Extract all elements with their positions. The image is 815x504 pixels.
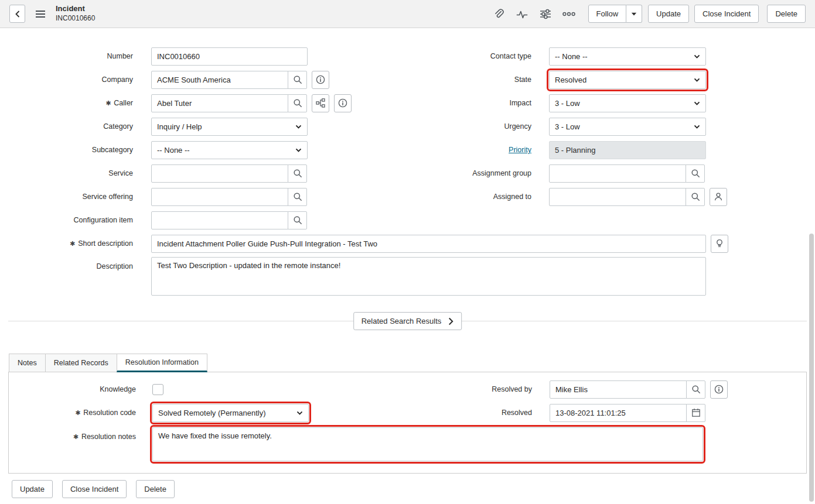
suggestion-button[interactable] [711,235,728,253]
update-button[interactable]: Update [648,5,689,23]
footer-update-button[interactable]: Update [12,480,53,498]
org-chart-icon [316,98,325,108]
assigned-to-input[interactable] [549,188,686,206]
subcategory-row: Subcategory -- None -- [0,138,407,162]
company-label: Company [0,76,133,84]
footer-delete-button[interactable]: Delete [136,480,175,498]
search-icon [691,169,700,178]
hamburger-icon [35,10,46,18]
caller-row: ✱Caller [0,91,407,115]
urgency-row: Urgency 3 - Low [407,115,815,138]
chevron-down-icon [694,125,700,129]
caller-info-button[interactable] [334,94,352,112]
description-textarea[interactable]: Test Two Description - updated in the re… [151,257,706,296]
attachment-button[interactable] [491,6,506,22]
required-marker: ✱ [70,240,75,248]
close-incident-button[interactable]: Close Incident [694,5,759,23]
activity-stream-button[interactable] [514,6,530,22]
form-columns: Number Company ✱Caller [0,44,815,232]
related-search-results-button[interactable]: Related Search Results [353,312,462,330]
follow-caret-button[interactable] [626,5,642,23]
calendar-button[interactable] [686,404,705,422]
company-info-button[interactable] [312,71,329,89]
service-offering-label: Service offering [0,193,133,201]
tab-related-records[interactable]: Related Records [45,354,117,372]
service-offering-search-button[interactable] [288,188,307,206]
resolution-code-label: ✱Resolution code [9,409,136,417]
paperclip-icon [493,8,504,20]
urgency-select[interactable]: 3 - Low [549,118,706,136]
contact-type-select[interactable]: -- None -- [549,47,706,66]
scrollbar-thumb[interactable] [809,234,814,502]
record-number: INC0010660 [56,14,95,23]
info-icon [316,75,325,84]
resolution-code-select[interactable]: Solved Remotely (Permanently) [152,404,309,422]
resolved-by-info-button[interactable] [710,380,728,399]
resolved-date-input[interactable] [550,404,687,422]
impact-row: Impact 3 - Low [407,91,815,115]
service-row: Service [0,162,407,185]
state-select[interactable]: Resolved [549,71,706,89]
header-icon-group [491,6,577,22]
resolution-information-panel: Knowledge ✱Resolution code Solved Remote… [8,372,807,474]
subcategory-select[interactable]: -- None -- [151,141,308,159]
state-row: State Resolved [407,68,815,91]
priority-label-link[interactable]: Priority [509,146,531,154]
service-input[interactable] [151,164,288,183]
configuration-item-search-button[interactable] [288,211,307,229]
resolved-by-row: Resolved by [408,378,806,401]
service-offering-input[interactable] [151,188,288,206]
assignment-group-input[interactable] [549,164,686,183]
follow-button[interactable]: Follow [588,5,627,23]
info-icon [714,385,724,394]
category-select[interactable]: Inquiry / Help [151,118,308,136]
assign-to-me-button[interactable] [710,188,727,206]
configuration-item-input[interactable] [151,211,288,229]
footer-close-incident-button[interactable]: Close Incident [62,480,127,498]
resolution-notes-label: ✱Resolution notes [9,433,136,441]
caller-reference-group [151,94,307,112]
caller-search-button[interactable] [288,94,307,112]
service-label: Service [0,169,133,177]
more-options-button[interactable] [561,6,577,22]
short-description-input[interactable] [151,235,706,253]
resolved-label: Resolved [408,409,532,417]
caller-hierarchy-button[interactable] [312,94,329,112]
required-marker: ✱ [73,433,79,441]
assignment-group-search-button[interactable] [686,164,705,183]
related-search-divider: Related Search Results [8,321,807,330]
number-input[interactable] [151,47,308,66]
assigned-to-search-button[interactable] [686,188,705,206]
chevron-down-icon [295,125,302,129]
chevron-down-icon [694,101,700,105]
resolution-left-column: Knowledge ✱Resolution code Solved Remote… [9,378,408,424]
chevron-down-icon [295,148,302,152]
caller-input[interactable] [151,94,288,112]
impact-select[interactable]: 3 - Low [549,94,706,112]
search-icon [293,169,302,178]
chevron-down-icon [694,54,700,59]
service-offering-reference-group [151,188,307,206]
tab-notes[interactable]: Notes [9,354,46,372]
personalize-form-button[interactable] [538,6,553,22]
service-search-button[interactable] [288,164,307,183]
context-menu-button[interactable] [33,6,48,22]
back-button[interactable] [9,5,25,23]
impact-label: Impact [407,99,531,107]
resolved-by-search-button[interactable] [686,380,705,399]
search-icon [293,192,302,201]
tab-resolution-information[interactable]: Resolution Information [117,354,207,372]
company-input[interactable] [151,71,288,89]
description-row: Description Test Two Description - updat… [0,257,815,296]
knowledge-checkbox[interactable] [152,384,163,395]
number-row: Number [0,44,407,68]
resolved-by-input[interactable] [550,380,687,399]
urgency-label: Urgency [407,122,531,131]
resolution-code-value: Solved Remotely (Permanently) [158,409,266,417]
assignment-group-reference-group [549,164,705,183]
delete-button[interactable]: Delete [767,5,806,23]
company-reference-group [151,71,307,89]
tab-bar: Notes Related Records Resolution Informa… [8,354,807,372]
resolution-notes-textarea[interactable]: We have fixed the issue remotely. [152,427,703,461]
company-search-button[interactable] [288,71,307,89]
